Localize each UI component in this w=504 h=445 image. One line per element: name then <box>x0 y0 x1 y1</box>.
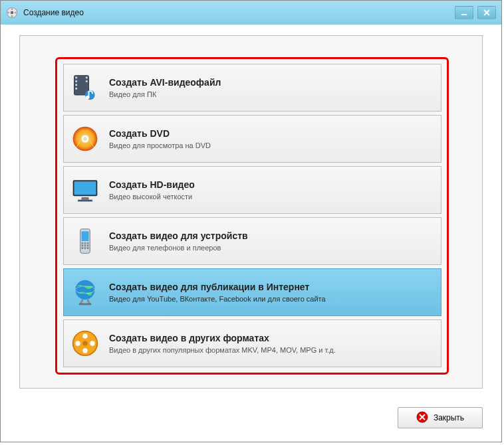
svg-rect-12 <box>86 77 88 79</box>
option-texts: Создать видео для устройств Видео для те… <box>109 230 434 252</box>
titlebar: Создание видео <box>1 1 501 25</box>
svg-rect-36 <box>79 304 91 306</box>
svg-rect-29 <box>84 245 86 247</box>
svg-point-40 <box>82 348 87 353</box>
svg-rect-13 <box>86 80 88 82</box>
window-title: Создание видео <box>23 8 84 17</box>
svg-rect-31 <box>82 247 84 249</box>
close-window-button[interactable] <box>477 6 496 19</box>
svg-rect-32 <box>84 247 86 249</box>
film-reel-icon <box>70 329 100 358</box>
svg-rect-6 <box>461 14 467 15</box>
svg-point-39 <box>90 341 94 345</box>
close-red-icon <box>416 411 428 425</box>
option-subtitle: Видео для просмотра на DVD <box>109 141 434 149</box>
svg-rect-25 <box>82 242 84 244</box>
svg-rect-26 <box>84 242 86 244</box>
dvd-disc-icon <box>70 124 100 153</box>
svg-rect-30 <box>87 245 89 247</box>
option-devices[interactable]: Создать видео для устройств Видео для те… <box>63 217 441 265</box>
option-title: Создать видео для публикации в Интернет <box>109 282 434 292</box>
svg-point-3 <box>15 12 17 14</box>
svg-rect-33 <box>87 247 89 249</box>
footer: Закрыть <box>398 407 483 428</box>
video-creation-window: Создание видео <box>0 0 502 442</box>
option-hd[interactable]: Создать HD-видео Видео высокой четкости <box>63 166 441 214</box>
svg-rect-27 <box>87 242 89 244</box>
svg-rect-24 <box>82 231 89 241</box>
svg-point-42 <box>82 341 87 345</box>
svg-point-34 <box>75 280 94 300</box>
svg-point-5 <box>7 12 9 14</box>
svg-point-2 <box>11 8 13 10</box>
option-subtitle: Видео для телефонов и плееров <box>109 244 434 252</box>
svg-rect-20 <box>74 181 96 195</box>
minimize-button[interactable] <box>455 6 473 19</box>
svg-rect-22 <box>78 200 92 202</box>
monitor-icon <box>70 175 100 205</box>
svg-point-15 <box>86 96 90 100</box>
option-texts: Создать видео для публикации в Интернет … <box>109 282 434 303</box>
svg-rect-11 <box>75 88 77 90</box>
option-texts: Создать DVD Видео для просмотра на DVD <box>109 128 434 149</box>
svg-point-38 <box>82 333 87 338</box>
svg-point-41 <box>75 341 80 345</box>
option-avi[interactable]: Создать AVI-видеофайл Видео для ПК <box>63 64 441 112</box>
globe-icon <box>70 278 100 307</box>
option-list: Создать AVI-видеофайл Видео для ПК Созда… <box>63 64 441 371</box>
option-internet[interactable]: Создать видео для публикации в Интернет … <box>63 268 441 316</box>
option-texts: Создать AVI-видеофайл Видео для ПК <box>109 77 434 98</box>
svg-point-4 <box>11 15 13 17</box>
svg-rect-9 <box>75 80 77 82</box>
option-title: Создать видео для устройств <box>109 230 434 241</box>
option-title: Создать AVI-видеофайл <box>109 77 434 88</box>
option-subtitle: Видео в других популярных форматах MKV, … <box>109 346 434 354</box>
option-texts: Создать видео в других форматах Видео в … <box>109 333 434 354</box>
option-title: Создать DVD <box>109 128 434 139</box>
svg-rect-28 <box>82 245 84 247</box>
svg-rect-8 <box>75 77 77 79</box>
option-subtitle: Видео высокой четкости <box>109 193 434 201</box>
option-title: Создать видео в других форматах <box>109 333 434 343</box>
option-subtitle: Видео для ПК <box>109 90 434 98</box>
option-subtitle: Видео для YouTube, ВКонтакте, Facebook и… <box>109 295 434 303</box>
option-other-formats[interactable]: Создать видео в других форматах Видео в … <box>63 319 441 367</box>
close-button[interactable]: Закрыть <box>398 407 483 428</box>
film-music-icon <box>70 73 100 102</box>
window-controls <box>455 6 496 19</box>
mobile-phone-icon <box>70 226 100 256</box>
app-icon <box>6 7 18 19</box>
svg-point-1 <box>11 11 14 15</box>
svg-point-18 <box>83 137 87 141</box>
close-button-label: Закрыть <box>434 413 464 422</box>
svg-rect-10 <box>75 84 77 86</box>
option-dvd[interactable]: Создать DVD Видео для просмотра на DVD <box>63 115 441 163</box>
option-title: Создать HD-видео <box>109 179 434 190</box>
option-texts: Создать HD-видео Видео высокой четкости <box>109 179 434 201</box>
svg-rect-21 <box>82 197 89 200</box>
